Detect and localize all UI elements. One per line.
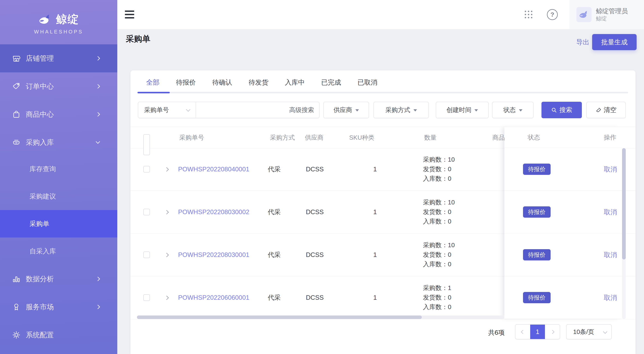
sidebar-subitem-purchase-suggestion[interactable]: 采购建议 (0, 183, 117, 210)
expand-row-icon[interactable] (164, 253, 169, 257)
order-number-link[interactable]: POWHSP202208030001 (178, 233, 249, 276)
row-checkbox[interactable] (143, 166, 150, 172)
caret-down-icon (414, 109, 417, 111)
col-action: 操作 (604, 127, 616, 148)
advanced-search-link[interactable]: 高级搜索 (289, 102, 314, 118)
tab-completed[interactable]: 已完成 (321, 78, 341, 87)
horizontal-scrollbar-thumb[interactable] (137, 315, 422, 319)
avatar (576, 7, 592, 22)
quantity-summary: 采购数：1 发货数：0 入库数：0 (423, 283, 501, 312)
purchase-method-filter[interactable]: 采购方式 (374, 102, 429, 118)
cancel-link[interactable]: 取消 (604, 191, 617, 233)
tab-pending-quote[interactable]: 待报价 (176, 78, 196, 87)
order-number-link[interactable]: POWHSP202206060001 (178, 276, 249, 319)
help-icon[interactable]: ? (547, 9, 558, 20)
sidebar-item-data-analysis[interactable]: 数据分析 (0, 265, 117, 293)
brand-name: 鲸绽 (56, 12, 79, 27)
row-checkbox[interactable] (143, 209, 150, 215)
sidebar-subitem-inventory-query[interactable]: 库存查询 (0, 155, 117, 183)
page-title: 采购单 (126, 34, 150, 44)
col-status: 状态 (528, 127, 540, 148)
chevron-right-icon (96, 112, 100, 117)
status-filter[interactable]: 状态 (492, 102, 534, 118)
search-input[interactable]: 高级搜索 (196, 102, 319, 118)
chevron-right-icon (96, 277, 100, 281)
sidebar-item-product-center[interactable]: 商品中心 (0, 100, 117, 128)
user-name: 鲸绽管理员 (596, 7, 628, 15)
sidebar-item-service-market[interactable]: 服务市场 (0, 293, 117, 321)
search-group: 采购单号 高级搜索 (138, 102, 320, 118)
user-panel[interactable]: 鲸绽管理员 鲸绽 (570, 0, 644, 29)
tab-cancelled[interactable]: 已取消 (358, 78, 377, 87)
sidebar: 鲸绽 WHALESHOPS 店铺管理 订单中心 商品中心 采购入库 (0, 0, 117, 354)
order-number-link[interactable]: POWHSP202208040001 (178, 148, 249, 191)
export-button[interactable]: 导出 (574, 38, 592, 47)
prev-page-button[interactable] (516, 325, 530, 339)
tab-track (138, 92, 628, 93)
clear-button[interactable]: 清空 (586, 102, 626, 118)
medal-icon (12, 303, 20, 311)
status-badge: 待报价 (523, 206, 550, 218)
sidebar-item-store-management[interactable]: 店铺管理 (0, 44, 117, 72)
tab-pending-ship[interactable]: 待发货 (248, 78, 268, 87)
whale-avatar-icon (578, 11, 590, 19)
apps-grid-icon[interactable] (525, 11, 532, 18)
chevron-down-icon (603, 329, 608, 334)
col-qty: 数量 (424, 127, 436, 148)
vertical-scrollbar[interactable] (622, 148, 626, 319)
search-button[interactable]: 搜索 (542, 102, 582, 118)
next-page-button[interactable] (545, 325, 560, 339)
basket-icon (12, 138, 20, 147)
sidebar-subitem-self-purchase-inbound[interactable]: 自采入库 (0, 238, 117, 265)
fixed-header: 状态 操作 (504, 127, 622, 148)
created-time-filter[interactable]: 创建时间 (436, 102, 489, 118)
fixed-row: 待报价 取消 (504, 191, 622, 233)
search-type-select[interactable]: 采购单号 (138, 102, 196, 118)
tab-inbound[interactable]: 入库中 (285, 78, 305, 87)
cancel-link[interactable]: 取消 (604, 148, 617, 191)
total-count: 共6项 (488, 328, 504, 337)
status-badge: 待报价 (523, 249, 550, 260)
gear-icon (12, 331, 20, 339)
col-method: 采购方式 (270, 127, 295, 148)
page-number-active[interactable]: 1 (530, 325, 545, 339)
status-badge: 待报价 (523, 292, 550, 303)
bar-chart-icon (12, 275, 20, 283)
page-size-select[interactable]: 10条/页 (566, 324, 612, 339)
cancel-link[interactable]: 取消 (604, 233, 617, 276)
fixed-columns-panel: 状态 操作 待报价 取消 待报价 取消 待报价 取消 待报价 取消 (504, 127, 622, 319)
pager: 1 (515, 324, 560, 339)
tab-all[interactable]: 全部 (146, 78, 160, 87)
chevron-down-icon (96, 139, 100, 144)
chevron-right-icon (550, 330, 554, 334)
main-content: 采购单 导出 批量生成 全部 待报价 待确认 待发货 入库中 已完成 已取消 采… (117, 29, 644, 354)
horizontal-scrollbar[interactable] (137, 315, 504, 319)
row-checkbox[interactable] (143, 252, 150, 258)
expand-row-icon[interactable] (164, 296, 169, 300)
tab-pending-confirm[interactable]: 待确认 (212, 78, 232, 87)
vertical-scrollbar-thumb[interactable] (622, 148, 626, 259)
chevron-down-icon (186, 107, 190, 112)
hamburger-menu-icon[interactable] (125, 11, 134, 19)
row-checkbox[interactable] (143, 294, 150, 301)
status-badge: 待报价 (523, 163, 550, 175)
fixed-row: 待报价 取消 (504, 276, 622, 319)
cancel-link[interactable]: 取消 (604, 276, 617, 319)
quantity-summary: 采购数：10 发货数：0 入库数：0 (423, 198, 501, 226)
caret-down-icon (519, 109, 522, 111)
col-order-no: 采购单号 (179, 127, 204, 148)
batch-generate-button[interactable]: 批量生成 (592, 34, 636, 50)
sidebar-item-purchase-inbound[interactable]: 采购入库 (0, 128, 117, 156)
storefront-icon (12, 54, 20, 63)
sidebar-item-system-config[interactable]: 系统配置 (0, 321, 117, 349)
chevron-right-icon (96, 84, 100, 89)
col-supplier: 供应商 (305, 127, 324, 148)
supplier-filter[interactable]: 供应商 (323, 102, 369, 118)
brand-subtitle: WHALESHOPS (0, 29, 117, 35)
order-number-link[interactable]: POWHSP202208030002 (178, 191, 249, 233)
sidebar-subitem-purchase-order[interactable]: 采购单 (0, 210, 117, 238)
expand-row-icon[interactable] (164, 210, 169, 215)
expand-row-icon[interactable] (164, 167, 169, 172)
sidebar-item-order-center[interactable]: 订单中心 (0, 72, 117, 100)
eraser-icon (596, 107, 602, 113)
